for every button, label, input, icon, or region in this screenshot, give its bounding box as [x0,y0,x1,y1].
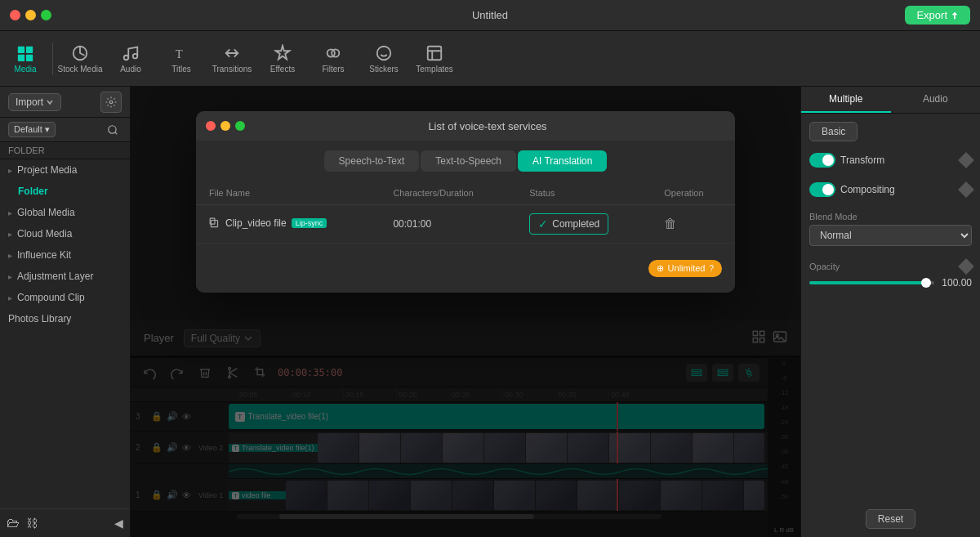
voice-text-modal: List of voice-text services Speech-to-Te… [196,111,735,293]
search-button[interactable] [104,121,122,139]
svg-point-5 [124,55,129,60]
center-panel: + Import Media Player Full Quality [131,87,800,537]
settings-button[interactable] [100,92,122,113]
status-completed-badge: ✓ Completed [529,213,608,235]
modal-close-button[interactable] [206,121,216,131]
col-operation: Operation [651,181,735,205]
modal-minimize-button[interactable] [220,121,230,131]
opacity-diamond-icon[interactable] [958,258,974,275]
compositing-label: Compositing [840,184,895,195]
transform-label: Transform [840,154,884,166]
right-tabs: Multiple Audio [801,87,980,114]
compositing-diamond-icon[interactable] [958,181,974,198]
opacity-slider[interactable] [809,281,934,284]
unlimited-badge[interactable]: ⊕ Unlimited ? [648,260,722,277]
export-button[interactable]: Export [905,6,970,25]
sidebar-item-project-media[interactable]: ▸ Project Media [0,159,130,181]
modal-maximize-button[interactable] [235,121,245,131]
modal-tabs: Speech-to-Text Text-to-Speech AI Transla… [196,141,735,181]
tab-speech-to-text[interactable]: Speech-to-Text [324,150,420,172]
main-area: Import Default ▾ FOLDER ▸ Project Media … [0,87,980,537]
right-panel-content: Basic Transform Compositing Blend Mod [801,114,980,297]
tab-audio[interactable]: Audio [891,87,981,113]
sidebar-item-photos-library[interactable]: Photos Library [0,308,130,329]
opacity-value: 100.00 [939,277,972,289]
sidebar-item-global-media[interactable]: ▸ Global Media [0,202,130,223]
svg-rect-0 [18,46,24,52]
svg-rect-2 [18,54,24,60]
traffic-lights [10,10,51,20]
sidebar-bottom-toolbar: 🗁 ⛓ ◀ [0,508,130,537]
col-characters-duration: Characters/Duration [380,181,516,205]
right-sidebar: Multiple Audio Basic Transform Compositi… [800,87,980,537]
top-toolbar: Media Stock Media Audio T Titles Transit… [0,31,980,87]
toolbar-item-effects[interactable]: Effects [257,31,308,86]
toolbar-item-media[interactable]: Media [0,31,51,86]
status-cell: ✓ Completed [516,205,651,244]
sidebar-item-cloud-media[interactable]: ▸ Cloud Media [0,223,130,244]
sidebar-item-compound-clip[interactable]: ▸ Compound Clip [0,287,130,308]
minimize-button[interactable] [25,10,36,20]
operation-cell: 🗑 [651,205,735,244]
tab-ai-translation[interactable]: AI Translation [518,150,607,172]
modal-title: List of voice-text services [250,120,725,132]
toolbar-item-titles[interactable]: T Titles [156,31,207,86]
delete-row-button[interactable]: 🗑 [664,217,677,231]
tab-text-to-speech[interactable]: Text-to-Speech [421,150,516,172]
import-button[interactable]: Import [8,93,61,111]
transform-diamond-icon[interactable] [958,152,974,168]
svg-text:T: T [176,47,183,60]
transform-row: Transform [809,150,972,171]
folder-label: FOLDER [0,142,130,159]
svg-point-15 [109,125,116,132]
window-title: Untitled [472,9,508,21]
compositing-row: Compositing [809,179,972,200]
toolbar-item-stickers[interactable]: Stickers [359,31,409,86]
media-toolbar: Import [0,87,130,118]
blend-mode-label: Blend Mode [809,212,972,222]
toolbar-item-audio[interactable]: Audio [105,31,156,86]
svg-point-10 [377,46,391,60]
table-row: Clip_video file Lip-sync 00:01:00 ✓ Comp… [196,205,735,244]
opacity-label: Opacity [809,262,840,271]
default-dropdown[interactable]: Default ▾ [8,122,56,137]
transform-toggle[interactable] [809,153,835,168]
check-icon: ✓ [538,217,548,230]
sidebar-item-adjustment-layer[interactable]: ▸ Adjustment Layer [0,266,130,287]
left-sidebar: Import Default ▾ FOLDER ▸ Project Media … [0,87,131,537]
svg-point-14 [109,101,113,104]
toolbar-item-templates[interactable]: Templates [409,31,460,86]
sidebar-item-folder[interactable]: Folder [0,181,130,202]
toolbar-item-filters[interactable]: Filters [308,31,359,86]
svg-rect-3 [26,54,33,60]
toolbar-item-stock[interactable]: Stock Media [55,31,105,86]
duration-cell: 00:01:00 [380,205,516,244]
titlebar: Untitled Export [0,0,980,31]
toolbar-item-transitions[interactable]: Transitions [207,31,257,86]
lipsync-badge: Lip-sync [292,218,327,228]
blend-mode-select[interactable]: Normal Multiply Screen Overlay [809,225,972,246]
maximize-button[interactable] [41,10,51,20]
toolbar-separator [52,43,53,75]
compositing-toggle[interactable] [809,182,835,197]
opacity-slider-row: 100.00 [809,277,972,289]
svg-rect-1 [26,46,33,52]
modal-overlay: List of voice-text services Speech-to-Te… [131,87,800,537]
close-button[interactable] [10,10,20,20]
file-name-cell: Clip_video file Lip-sync [196,205,380,244]
svg-rect-13 [428,46,442,60]
modal-footer: ⊕ Unlimited ? [196,244,735,293]
svg-point-6 [133,53,138,58]
link-icon[interactable]: ⛓ [26,517,38,530]
folder-toolbar: Default ▾ [0,118,130,142]
basic-button[interactable]: Basic [809,122,858,141]
col-file-name: File Name [196,181,380,205]
collapse-sidebar-icon[interactable]: ◀ [114,517,123,530]
tab-multiple[interactable]: Multiple [801,87,891,113]
sidebar-item-influence-kit[interactable]: ▸ Influence Kit [0,244,130,266]
reset-button[interactable]: Reset [866,509,915,529]
add-folder-icon[interactable]: 🗁 [7,516,20,530]
col-status: Status [516,181,651,205]
modal-titlebar: List of voice-text services [196,111,735,141]
modal-table: File Name Characters/Duration Status Ope… [196,181,735,244]
